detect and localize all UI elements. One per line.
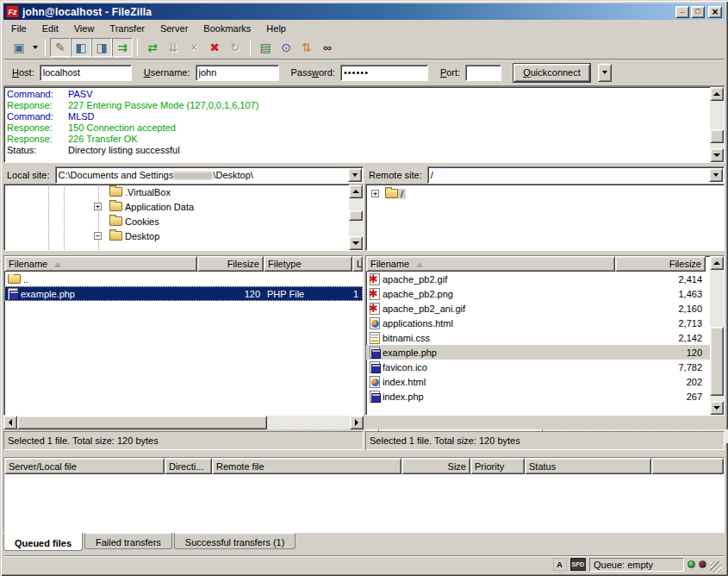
site-manager-button[interactable]: ▣ xyxy=(9,38,29,57)
file-name: .. xyxy=(23,274,28,285)
scroll-down-button[interactable] xyxy=(710,401,724,415)
site-manager-dropdown[interactable] xyxy=(29,38,40,57)
remote-site-combo[interactable]: / xyxy=(427,166,725,184)
reconnect-button[interactable]: ↻ xyxy=(225,38,246,57)
menu-server[interactable]: Server xyxy=(152,22,196,35)
port-input[interactable] xyxy=(465,65,501,81)
menu-file[interactable]: File xyxy=(3,22,34,35)
directory-comparison-button[interactable]: ⊙ xyxy=(276,38,296,57)
column-header-remote-file[interactable]: Remote file xyxy=(212,458,401,474)
maximize-button[interactable]: □ xyxy=(691,6,705,18)
file-row[interactable]: bitnami.css 2,142 xyxy=(366,330,724,345)
file-row[interactable]: index.php 267 xyxy=(366,389,724,404)
refresh-button[interactable]: ⇄ xyxy=(142,38,163,57)
process-queue-icon: ⇊ xyxy=(168,41,178,54)
menu-transfer[interactable]: Transfer xyxy=(102,22,152,35)
close-button[interactable]: × xyxy=(708,6,722,18)
scroll-right-button[interactable] xyxy=(350,416,364,429)
column-header-filesize[interactable]: Filesize xyxy=(615,256,706,272)
column-header-filesize[interactable]: Filesize xyxy=(197,256,264,272)
file-row[interactable]: apache_pb2.gif 2,414 xyxy=(366,272,724,286)
file-row[interactable]: apache_pb2.png 1,463 xyxy=(366,286,724,301)
scroll-up-button[interactable] xyxy=(710,256,724,270)
tree-item-cookies[interactable]: Cookies xyxy=(4,214,363,229)
file-name: apache_pb2.gif xyxy=(383,274,447,285)
file-row[interactable]: apache_pb2_ani.gif 2,160 xyxy=(366,301,724,316)
local-list-horizontal-scrollbar[interactable] xyxy=(3,416,364,429)
column-header-server-local-file[interactable]: Server/Local file xyxy=(4,458,165,474)
column-header-filetype[interactable]: Filetype xyxy=(264,256,352,272)
local-site-combo[interactable]: C:\Documents and Settings\Desktop\ xyxy=(55,166,364,184)
tree-item-root[interactable]: + / xyxy=(366,186,724,201)
resize-grip[interactable] xyxy=(710,561,721,573)
scroll-down-button[interactable] xyxy=(710,148,724,162)
find-files-button[interactable]: ∞ xyxy=(317,38,338,57)
username-input[interactable] xyxy=(196,65,279,81)
file-size: 120 xyxy=(615,347,706,358)
column-header-direction[interactable]: Directi... xyxy=(165,458,212,474)
process-queue-button[interactable]: ⇊ xyxy=(163,38,184,57)
cancel-operation-button[interactable]: × xyxy=(184,38,204,57)
scrollbar-thumb[interactable] xyxy=(349,210,363,221)
file-row-example-php[interactable]: example.php 120 xyxy=(366,345,724,360)
expand-plus-icon[interactable]: + xyxy=(94,203,102,210)
column-header-modified[interactable]: L xyxy=(352,256,363,272)
image-file-icon xyxy=(370,288,380,300)
toggle-transfer-queue-button[interactable]: ⇉ xyxy=(112,38,133,57)
tree-item-label: / xyxy=(398,189,406,199)
host-input[interactable] xyxy=(40,65,132,81)
file-row[interactable]: favicon.ico 7,782 xyxy=(366,360,724,374)
password-input[interactable] xyxy=(340,65,428,81)
local-tree-vertical-scrollbar[interactable] xyxy=(349,185,363,250)
collapse-minus-icon[interactable]: − xyxy=(94,232,102,240)
remote-list-vertical-scrollbar[interactable] xyxy=(710,256,724,415)
scroll-up-button[interactable] xyxy=(710,87,724,101)
scrollbar-thumb[interactable] xyxy=(17,416,267,429)
arrow-up-icon xyxy=(713,258,720,265)
remote-site-dropdown[interactable] xyxy=(709,168,723,182)
local-tree-icon: ◧ xyxy=(75,41,86,54)
tab-successful-transfers[interactable]: Successful transfers (1) xyxy=(174,533,296,549)
expand-plus-icon[interactable]: + xyxy=(371,190,379,197)
menu-view[interactable]: View xyxy=(66,22,103,35)
file-row-example-php[interactable]: example.php 120 PHP File 1 xyxy=(4,286,363,301)
scroll-down-button[interactable] xyxy=(349,236,363,250)
scrollbar-thumb[interactable] xyxy=(710,129,724,143)
menu-help[interactable]: Help xyxy=(258,22,294,35)
tab-failed-transfers[interactable]: Failed transfers xyxy=(84,533,172,549)
disconnect-button[interactable]: ✖ xyxy=(204,38,225,57)
local-list-header: Filename Filesize Filetype L xyxy=(4,256,363,272)
speed-limits-indicator[interactable]: SPD xyxy=(570,558,586,571)
disconnect-icon: ✖ xyxy=(209,41,220,54)
scroll-up-button[interactable] xyxy=(349,185,363,198)
column-header-filename[interactable]: Filename xyxy=(4,256,197,272)
scroll-left-button[interactable] xyxy=(3,416,17,429)
file-row[interactable]: index.html 202 xyxy=(366,374,724,389)
tree-item-application-data[interactable]: + Application Data xyxy=(4,199,363,214)
local-site-dropdown[interactable] xyxy=(348,168,362,182)
window-title: john@localhost - FileZilla xyxy=(22,6,674,18)
menu-edit[interactable]: Edit xyxy=(34,22,66,35)
file-row-parent-dir[interactable]: .. xyxy=(4,272,363,286)
column-header-status[interactable]: Status xyxy=(525,458,651,474)
column-header-filename[interactable]: Filename xyxy=(366,256,615,272)
scrollbar-thumb[interactable] xyxy=(710,327,724,396)
toggle-remote-tree-button[interactable]: ◨ xyxy=(91,38,112,57)
log-vertical-scrollbar[interactable] xyxy=(710,87,724,162)
toggle-message-log-button[interactable]: ✎ xyxy=(50,38,71,57)
column-header-size[interactable]: Size xyxy=(401,458,470,474)
quickconnect-dropdown[interactable] xyxy=(598,64,612,82)
file-size: 202 xyxy=(615,377,706,387)
file-row[interactable]: applications.html 2,713 xyxy=(366,316,724,330)
filter-button[interactable]: ▤ xyxy=(255,38,276,57)
tab-queued-files[interactable]: Queued files xyxy=(3,533,83,551)
tree-item-virtualbox[interactable]: .VirtualBox xyxy=(4,185,363,199)
tree-item-desktop[interactable]: − Desktop xyxy=(4,229,363,243)
quickconnect-button[interactable]: Quickconnect xyxy=(513,64,590,82)
column-header-priority[interactable]: Priority xyxy=(470,458,525,474)
toggle-local-tree-button[interactable]: ◧ xyxy=(71,38,91,57)
minimize-button[interactable]: _ xyxy=(675,6,689,18)
menu-bookmarks[interactable]: Bookmarks xyxy=(196,22,258,35)
ascii-data-type-indicator[interactable]: A xyxy=(553,558,567,571)
synchronized-browsing-button[interactable]: ⇅ xyxy=(296,38,317,57)
